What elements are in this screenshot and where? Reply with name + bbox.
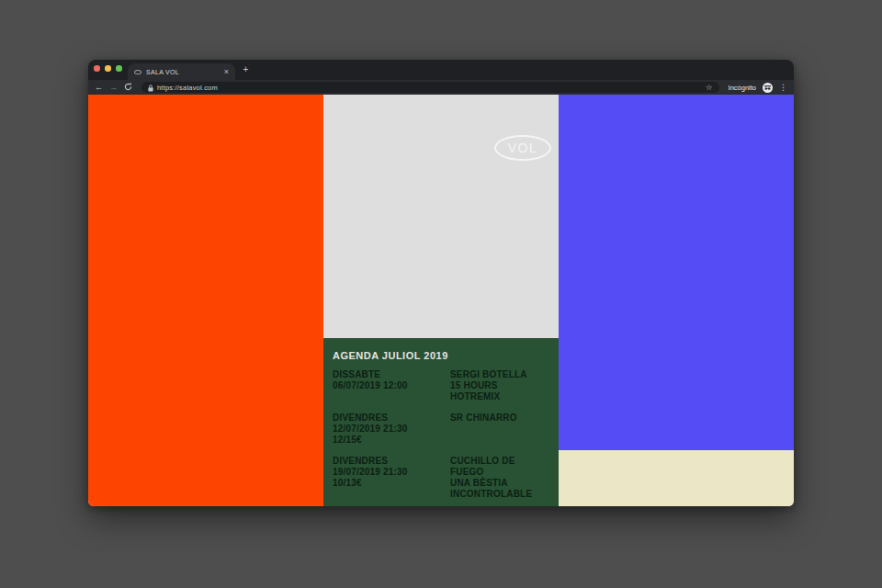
close-window-button[interactable]	[94, 65, 100, 72]
menu-icon[interactable]: ⋮	[779, 84, 787, 92]
zoom-window-button[interactable]	[116, 65, 122, 72]
tab-close-icon[interactable]: ×	[224, 68, 229, 76]
reload-icon[interactable]	[124, 83, 132, 93]
agenda-panel: AGENDA JULIOL 2019 DISSABTE 06/07/2019 1…	[323, 338, 559, 506]
event-act: SERGI BOTELLA 15 HOURS HOTREMIX	[450, 369, 549, 402]
agenda-event-row: DISSABTE 06/07/2019 12:00SERGI BOTELLA 1…	[333, 369, 549, 402]
page-content: AGENDA JULIOL 2019 DISSABTE 06/07/2019 1…	[88, 95, 794, 506]
tab-title: SALA VOL	[146, 69, 220, 75]
vol-logo[interactable]: VOL	[494, 135, 551, 161]
vol-logo-text: VOL	[508, 141, 538, 155]
lock-icon	[148, 79, 153, 96]
browser-tab[interactable]: SALA VOL ×	[128, 63, 235, 80]
new-tab-button[interactable]: +	[240, 63, 252, 75]
agenda-title: AGENDA JULIOL 2019	[333, 350, 549, 361]
agenda-events: DISSABTE 06/07/2019 12:00SERGI BOTELLA 1…	[333, 369, 549, 500]
bookmark-star-icon[interactable]: ☆	[706, 84, 713, 92]
site-favicon-icon	[134, 70, 141, 74]
url-text: https://salavol.com	[157, 84, 218, 92]
browser-window: SALA VOL × + ← → https://salavol.com ☆ I…	[88, 60, 794, 506]
address-bar[interactable]: https://salavol.com ☆	[141, 82, 719, 93]
event-act: CUCHILLO DE FUEGO UNA BÈSTIA INCONTROLAB…	[450, 456, 549, 500]
back-icon[interactable]: ←	[95, 84, 103, 92]
incognito-label: Incógnito	[729, 84, 756, 92]
incognito-badge-icon	[763, 83, 773, 93]
forward-icon[interactable]: →	[109, 84, 118, 92]
minimize-window-button[interactable]	[105, 65, 111, 72]
browser-toolbar: ← → https://salavol.com ☆ Incógnito ⋮	[88, 80, 794, 95]
event-date: DIVENDRES 12/07/2019 21:30 12/15€	[333, 413, 450, 446]
window-controls	[94, 65, 122, 72]
gray-panel[interactable]	[323, 95, 559, 338]
cream-panel[interactable]	[559, 450, 794, 506]
event-act: SR CHINARRO	[450, 413, 549, 446]
tab-bar: SALA VOL × +	[88, 60, 794, 80]
event-date: DIVENDRES 19/07/2019 21:30 10/13€	[333, 456, 450, 500]
event-date: DISSABTE 06/07/2019 12:00	[333, 369, 450, 402]
agenda-event-row: DIVENDRES 12/07/2019 21:30 12/15€SR CHIN…	[333, 413, 549, 446]
agenda-event-row: DIVENDRES 19/07/2019 21:30 10/13€CUCHILL…	[333, 456, 549, 500]
orange-panel[interactable]	[88, 95, 323, 506]
blue-panel[interactable]	[559, 95, 794, 450]
